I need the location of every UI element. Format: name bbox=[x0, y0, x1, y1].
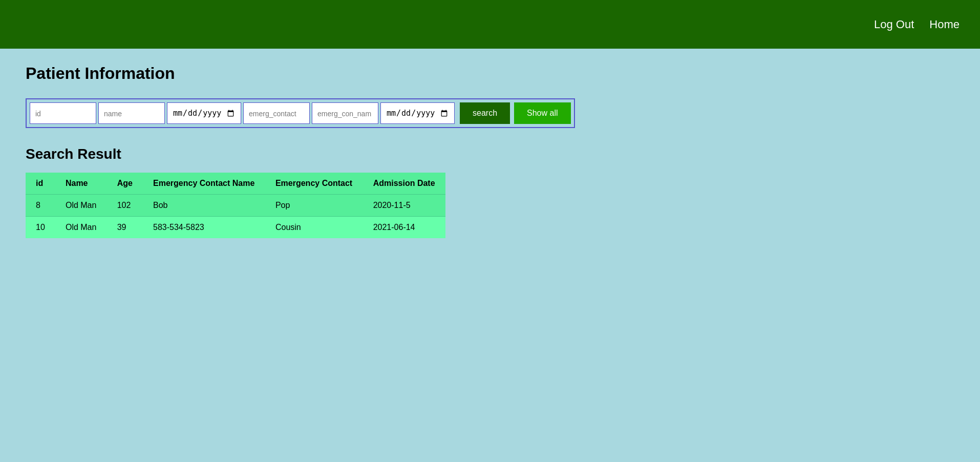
name-input[interactable] bbox=[98, 102, 165, 124]
emerg-con-name-input[interactable] bbox=[312, 102, 378, 124]
table-body: 8 Old Man 102 Bob Pop 2020-11-5 10 Old M… bbox=[26, 195, 445, 239]
col-header-name: Name bbox=[55, 173, 107, 195]
top-header: Log Out Home bbox=[0, 0, 980, 49]
cell-id: 10 bbox=[26, 217, 55, 239]
cell-emerg-contact-name: 583-534-5823 bbox=[143, 217, 265, 239]
table-row: 10 Old Man 39 583-534-5823 Cousin 2021-0… bbox=[26, 217, 445, 239]
date-input-2[interactable] bbox=[380, 102, 455, 124]
results-table: id Name Age Emergency Contact Name Emerg… bbox=[26, 173, 445, 238]
emerg-contact-input[interactable] bbox=[243, 102, 310, 124]
date-input-1[interactable] bbox=[167, 102, 241, 124]
search-bar: search Show all bbox=[26, 98, 575, 128]
show-all-button[interactable]: Show all bbox=[514, 102, 570, 124]
cell-age: 102 bbox=[107, 195, 143, 217]
page-title: Patient Information bbox=[26, 64, 954, 83]
id-input[interactable] bbox=[30, 102, 96, 124]
cell-id: 8 bbox=[26, 195, 55, 217]
cell-emerg-contact: Cousin bbox=[265, 217, 363, 239]
main-content: Patient Information search Show all Sear… bbox=[0, 49, 980, 254]
col-header-admission-date: Admission Date bbox=[363, 173, 445, 195]
col-header-emerg-contact: Emergency Contact bbox=[265, 173, 363, 195]
cell-name: Old Man bbox=[55, 195, 107, 217]
col-header-emerg-contact-name: Emergency Contact Name bbox=[143, 173, 265, 195]
cell-emerg-contact: Pop bbox=[265, 195, 363, 217]
cell-admission-date: 2021-06-14 bbox=[363, 217, 445, 239]
search-result-title: Search Result bbox=[26, 146, 954, 162]
home-link[interactable]: Home bbox=[929, 18, 960, 31]
table-header-row: id Name Age Emergency Contact Name Emerg… bbox=[26, 173, 445, 195]
logout-link[interactable]: Log Out bbox=[874, 18, 914, 31]
table-row: 8 Old Man 102 Bob Pop 2020-11-5 bbox=[26, 195, 445, 217]
col-header-age: Age bbox=[107, 173, 143, 195]
col-header-id: id bbox=[26, 173, 55, 195]
cell-admission-date: 2020-11-5 bbox=[363, 195, 445, 217]
search-button[interactable]: search bbox=[460, 102, 510, 124]
cell-age: 39 bbox=[107, 217, 143, 239]
cell-emerg-contact-name: Bob bbox=[143, 195, 265, 217]
cell-name: Old Man bbox=[55, 217, 107, 239]
